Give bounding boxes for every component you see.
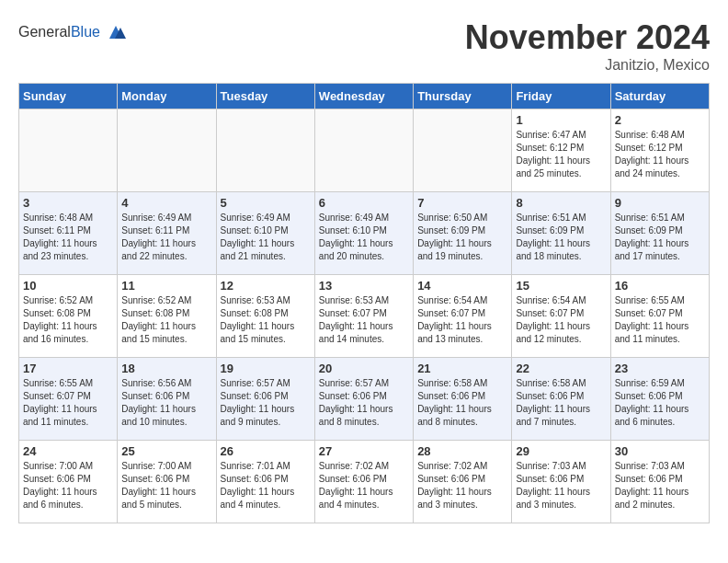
logo: GeneralBlue xyxy=(18,18,130,46)
day-number: 21 xyxy=(417,362,507,375)
day-info: Sunrise: 6:54 AM Sunset: 6:07 PM Dayligh… xyxy=(417,294,507,346)
calendar-cell: 5Sunrise: 6:49 AM Sunset: 6:10 PM Daylig… xyxy=(216,192,314,275)
day-number: 24 xyxy=(23,444,113,458)
day-number: 11 xyxy=(121,279,211,293)
day-number: 13 xyxy=(319,279,409,293)
day-info: Sunrise: 6:53 AM Sunset: 6:08 PM Dayligh… xyxy=(221,294,311,346)
day-info: Sunrise: 7:02 AM Sunset: 6:06 PM Dayligh… xyxy=(417,460,507,511)
calendar-cell: 4Sunrise: 6:49 AM Sunset: 6:11 PM Daylig… xyxy=(118,192,216,275)
day-info: Sunrise: 6:55 AM Sunset: 6:07 PM Dayligh… xyxy=(615,294,705,346)
calendar-cell xyxy=(414,109,512,192)
calendar-week-row: 24Sunrise: 7:00 AM Sunset: 6:06 PM Dayli… xyxy=(19,441,710,523)
day-info: Sunrise: 6:47 AM Sunset: 6:12 PM Dayligh… xyxy=(516,129,606,180)
calendar-cell: 21Sunrise: 6:58 AM Sunset: 6:06 PM Dayli… xyxy=(414,358,512,441)
logo-icon xyxy=(102,18,130,46)
calendar-week-row: 1Sunrise: 6:47 AM Sunset: 6:12 PM Daylig… xyxy=(19,109,710,192)
day-info: Sunrise: 7:03 AM Sunset: 6:06 PM Dayligh… xyxy=(615,460,705,511)
calendar-cell: 7Sunrise: 6:50 AM Sunset: 6:09 PM Daylig… xyxy=(414,192,512,275)
calendar-cell: 6Sunrise: 6:49 AM Sunset: 6:10 PM Daylig… xyxy=(314,192,413,275)
day-info: Sunrise: 6:51 AM Sunset: 6:09 PM Dayligh… xyxy=(615,212,705,263)
day-number: 28 xyxy=(417,444,507,458)
day-info: Sunrise: 6:59 AM Sunset: 6:06 PM Dayligh… xyxy=(615,377,705,429)
calendar-cell: 28Sunrise: 7:02 AM Sunset: 6:06 PM Dayli… xyxy=(414,441,512,523)
day-info: Sunrise: 6:52 AM Sunset: 6:08 PM Dayligh… xyxy=(121,294,211,346)
day-info: Sunrise: 6:48 AM Sunset: 6:12 PM Dayligh… xyxy=(615,129,705,180)
calendar-cell: 3Sunrise: 6:48 AM Sunset: 6:11 PM Daylig… xyxy=(19,192,118,275)
calendar-cell: 13Sunrise: 6:53 AM Sunset: 6:07 PM Dayli… xyxy=(314,275,413,358)
calendar-week-row: 17Sunrise: 6:55 AM Sunset: 6:07 PM Dayli… xyxy=(19,358,710,441)
month-title: November 2024 xyxy=(465,18,710,57)
day-header-wednesday: Wednesday xyxy=(314,84,413,109)
day-number: 30 xyxy=(615,444,705,458)
calendar-cell: 12Sunrise: 6:53 AM Sunset: 6:08 PM Dayli… xyxy=(216,275,314,358)
day-number: 14 xyxy=(417,279,507,293)
calendar-cell: 2Sunrise: 6:48 AM Sunset: 6:12 PM Daylig… xyxy=(610,109,709,192)
day-info: Sunrise: 6:57 AM Sunset: 6:06 PM Dayligh… xyxy=(221,377,311,429)
day-header-saturday: Saturday xyxy=(610,84,709,109)
day-number: 4 xyxy=(121,196,211,210)
day-info: Sunrise: 6:58 AM Sunset: 6:06 PM Dayligh… xyxy=(417,377,507,429)
calendar-week-row: 3Sunrise: 6:48 AM Sunset: 6:11 PM Daylig… xyxy=(19,192,710,275)
day-info: Sunrise: 7:00 AM Sunset: 6:06 PM Dayligh… xyxy=(121,460,211,511)
location: Janitzio, Mexico xyxy=(465,57,710,74)
calendar-cell xyxy=(118,109,216,192)
day-number: 2 xyxy=(615,113,705,127)
day-number: 22 xyxy=(516,362,606,375)
day-info: Sunrise: 7:01 AM Sunset: 6:06 PM Dayligh… xyxy=(221,460,311,511)
day-info: Sunrise: 6:51 AM Sunset: 6:09 PM Dayligh… xyxy=(516,212,606,263)
day-header-tuesday: Tuesday xyxy=(216,84,314,109)
day-number: 26 xyxy=(221,444,311,458)
day-number: 1 xyxy=(516,113,606,127)
day-header-friday: Friday xyxy=(512,84,610,109)
calendar-cell: 1Sunrise: 6:47 AM Sunset: 6:12 PM Daylig… xyxy=(512,109,610,192)
calendar-cell: 15Sunrise: 6:54 AM Sunset: 6:07 PM Dayli… xyxy=(512,275,610,358)
day-info: Sunrise: 6:54 AM Sunset: 6:07 PM Dayligh… xyxy=(516,294,606,346)
calendar-cell: 23Sunrise: 6:59 AM Sunset: 6:06 PM Dayli… xyxy=(610,358,709,441)
title-section: November 2024 Janitzio, Mexico xyxy=(465,18,710,74)
day-info: Sunrise: 6:55 AM Sunset: 6:07 PM Dayligh… xyxy=(23,377,113,429)
calendar-cell: 25Sunrise: 7:00 AM Sunset: 6:06 PM Dayli… xyxy=(118,441,216,523)
calendar-cell: 8Sunrise: 6:51 AM Sunset: 6:09 PM Daylig… xyxy=(512,192,610,275)
day-number: 15 xyxy=(516,279,606,293)
day-number: 25 xyxy=(121,444,211,458)
calendar-cell: 14Sunrise: 6:54 AM Sunset: 6:07 PM Dayli… xyxy=(414,275,512,358)
day-number: 18 xyxy=(121,362,211,375)
calendar-cell: 18Sunrise: 6:56 AM Sunset: 6:06 PM Dayli… xyxy=(118,358,216,441)
calendar-cell xyxy=(19,109,118,192)
logo-blue-text: Blue xyxy=(71,24,100,40)
page-header: GeneralBlue November 2024 Janitzio, Mexi… xyxy=(18,18,710,74)
day-number: 20 xyxy=(319,362,409,375)
day-header-thursday: Thursday xyxy=(414,84,512,109)
calendar-cell: 27Sunrise: 7:02 AM Sunset: 6:06 PM Dayli… xyxy=(314,441,413,523)
day-number: 23 xyxy=(615,362,705,375)
day-info: Sunrise: 6:49 AM Sunset: 6:11 PM Dayligh… xyxy=(121,212,211,263)
logo-general-text: General xyxy=(18,24,71,40)
day-info: Sunrise: 7:02 AM Sunset: 6:06 PM Dayligh… xyxy=(319,460,409,511)
day-number: 17 xyxy=(23,362,113,375)
day-number: 27 xyxy=(319,444,409,458)
calendar-cell: 10Sunrise: 6:52 AM Sunset: 6:08 PM Dayli… xyxy=(19,275,118,358)
calendar-header-row: SundayMondayTuesdayWednesdayThursdayFrid… xyxy=(19,84,710,109)
day-number: 8 xyxy=(516,196,606,210)
day-number: 6 xyxy=(319,196,409,210)
calendar-cell: 9Sunrise: 6:51 AM Sunset: 6:09 PM Daylig… xyxy=(610,192,709,275)
day-info: Sunrise: 6:57 AM Sunset: 6:06 PM Dayligh… xyxy=(319,377,409,429)
day-number: 16 xyxy=(615,279,705,293)
day-header-monday: Monday xyxy=(118,84,216,109)
calendar-cell: 22Sunrise: 6:58 AM Sunset: 6:06 PM Dayli… xyxy=(512,358,610,441)
calendar-cell: 16Sunrise: 6:55 AM Sunset: 6:07 PM Dayli… xyxy=(610,275,709,358)
day-info: Sunrise: 6:56 AM Sunset: 6:06 PM Dayligh… xyxy=(121,377,211,429)
day-number: 9 xyxy=(615,196,705,210)
day-info: Sunrise: 7:03 AM Sunset: 6:06 PM Dayligh… xyxy=(516,460,606,511)
day-number: 19 xyxy=(221,362,311,375)
calendar-cell: 30Sunrise: 7:03 AM Sunset: 6:06 PM Dayli… xyxy=(610,441,709,523)
calendar-cell: 19Sunrise: 6:57 AM Sunset: 6:06 PM Dayli… xyxy=(216,358,314,441)
day-number: 5 xyxy=(221,196,311,210)
day-number: 3 xyxy=(23,196,113,210)
day-info: Sunrise: 6:50 AM Sunset: 6:09 PM Dayligh… xyxy=(417,212,507,263)
day-info: Sunrise: 6:53 AM Sunset: 6:07 PM Dayligh… xyxy=(319,294,409,346)
calendar-cell: 24Sunrise: 7:00 AM Sunset: 6:06 PM Dayli… xyxy=(19,441,118,523)
calendar-cell: 11Sunrise: 6:52 AM Sunset: 6:08 PM Dayli… xyxy=(118,275,216,358)
day-info: Sunrise: 6:58 AM Sunset: 6:06 PM Dayligh… xyxy=(516,377,606,429)
day-number: 12 xyxy=(221,279,311,293)
